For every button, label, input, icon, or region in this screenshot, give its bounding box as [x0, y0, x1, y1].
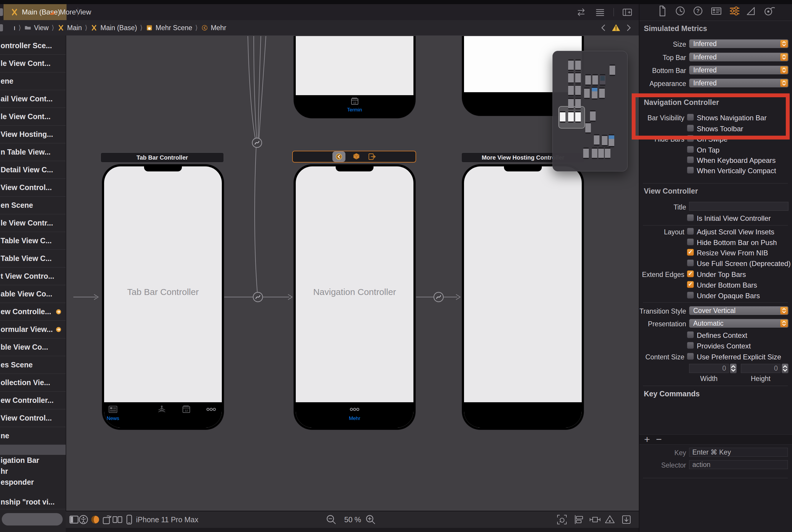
scene-title-tab-bar-controller[interactable]: Tab Bar Controller	[100, 152, 224, 163]
outline-item[interactable]: View Hosting...	[0, 126, 66, 143]
transition-style-dropdown[interactable]: Cover Vertical	[689, 306, 789, 315]
outline-item[interactable]: ontroller Sce...	[0, 37, 66, 55]
forward-button[interactable]	[623, 23, 633, 33]
canvas-minimap[interactable]	[552, 51, 628, 171]
checkbox[interactable]	[687, 353, 694, 360]
partial-tab-icon[interactable]	[0, 8, 3, 16]
embed-icon[interactable]	[621, 514, 632, 526]
title-field[interactable]	[689, 202, 789, 211]
editor-options-icon[interactable]	[594, 6, 606, 18]
tab-moreview[interactable]: MoreView	[41, 4, 97, 20]
checkbox[interactable]	[687, 239, 694, 245]
outline-item[interactable]: en Scene	[0, 196, 66, 214]
breadcrumb-item-mehr-scene[interactable]: Mehr Scene	[146, 24, 192, 32]
outline-item[interactable]: ene	[0, 72, 66, 90]
checkbox[interactable]	[687, 270, 694, 277]
checkbox[interactable]	[687, 281, 694, 288]
first-responder-icon[interactable]	[352, 152, 361, 161]
identity-inspector-icon[interactable]	[710, 5, 723, 17]
checkbox[interactable]	[687, 260, 694, 266]
appearance-dropdown[interactable]: Inferred	[689, 79, 789, 88]
outline-item[interactable]: ail View Cont...	[0, 90, 66, 108]
size-inspector-icon[interactable]	[744, 5, 757, 17]
width-stepper[interactable]	[730, 363, 737, 373]
outline-item-relationship[interactable]: nship "root vi...	[0, 496, 66, 508]
checkbox[interactable]	[687, 249, 694, 256]
presentation-dropdown[interactable]: Automatic	[689, 319, 789, 328]
add-button[interactable]: +	[644, 434, 650, 445]
device-name[interactable]: iPhone 11 Pro Max	[136, 515, 199, 524]
checkbox[interactable]	[687, 114, 694, 120]
tabbar-item-calendar[interactable]: 12	[180, 404, 193, 415]
exit-icon[interactable]	[367, 152, 376, 161]
outline-item[interactable]: Table View C...	[0, 250, 66, 267]
zoom-out-icon[interactable]	[325, 514, 337, 526]
breadcrumb-item-main[interactable]: Main	[57, 24, 82, 32]
outline-item[interactable]: able View Co...	[0, 285, 66, 303]
scene-phone-tab-bar-controller[interactable]: Tab Bar Controller News 12	[102, 164, 224, 430]
outline-item[interactable]: es Scene	[0, 356, 66, 374]
outline-item[interactable]: igation Bar	[0, 455, 66, 466]
add-editor-icon[interactable]	[622, 6, 633, 18]
attributes-inspector-icon[interactable]	[728, 5, 741, 17]
outline-item[interactable]: n Table View...	[0, 143, 66, 161]
warning-icon[interactable]	[611, 23, 621, 33]
height-field[interactable]: 0	[741, 364, 780, 373]
checkbox[interactable]	[687, 228, 694, 235]
outline-item[interactable]: ollection Vie...	[0, 374, 66, 392]
outline-item[interactable]: ew Controller...	[0, 392, 66, 409]
swap-editors-icon[interactable]	[575, 6, 587, 18]
tabbar-item-mehr[interactable]: Mehr	[348, 404, 361, 421]
breadcrumb-item[interactable]: ı	[14, 24, 15, 32]
orientation-icon[interactable]	[101, 514, 113, 526]
outline-item[interactable]: Table View C...	[0, 232, 66, 250]
quick-help-inspector-icon[interactable]: ?	[692, 5, 704, 17]
breadcrumb-item-main-base[interactable]: Main (Base)	[90, 24, 137, 32]
breadcrumb-item-view[interactable]: View	[24, 24, 49, 32]
scene-title-navigation-controller[interactable]	[292, 151, 416, 163]
history-inspector-icon[interactable]	[674, 5, 687, 17]
scene-phone-partial[interactable]: 12 Termin	[294, 36, 416, 118]
checkbox[interactable]	[687, 331, 694, 338]
segue-badge-icon[interactable]	[55, 308, 62, 315]
outline-item[interactable]: t View Contro...	[0, 267, 66, 285]
update-frames-icon[interactable]	[556, 514, 568, 526]
checkbox[interactable]	[687, 167, 694, 173]
outline-item[interactable]: le View Contr...	[0, 214, 66, 232]
segue-badge-icon[interactable]	[55, 326, 62, 333]
checkbox[interactable]	[687, 125, 694, 132]
outline-item[interactable]: ew Controlle...	[0, 303, 66, 321]
outline-item[interactable]: ble View Co...	[0, 338, 66, 356]
outline-item[interactable]: esponder	[0, 477, 66, 488]
checkbox[interactable]	[687, 146, 694, 153]
checkbox[interactable]	[687, 214, 694, 221]
outline-item[interactable]: View Control...	[0, 179, 66, 196]
checkbox[interactable]	[687, 292, 694, 299]
storyboard-canvas[interactable]: 12 Termin Tab Bar Cont	[66, 36, 639, 511]
zoom-level[interactable]: 50 %	[344, 515, 361, 524]
outline-item[interactable]: le View Cont...	[0, 108, 66, 126]
appearance-toggle-icon[interactable]	[89, 514, 101, 526]
outline-item[interactable]: View Control...	[0, 409, 66, 427]
accessibility-icon[interactable]	[77, 514, 89, 526]
outline-item[interactable]: hr	[0, 466, 66, 477]
scene-phone-more-view-hosting[interactable]	[462, 164, 584, 430]
device-icon[interactable]	[123, 514, 135, 526]
bottom-bar-dropdown[interactable]: Inferred	[689, 65, 789, 75]
navigation-controller-icon[interactable]	[332, 151, 346, 162]
outline-item[interactable]: ne	[0, 427, 66, 445]
filter-field[interactable]	[2, 513, 63, 526]
checkbox[interactable]	[687, 135, 694, 142]
tabbar-item-news[interactable]: News	[107, 404, 119, 421]
breadcrumb-item-mehr[interactable]: Mehr	[201, 24, 226, 32]
resolve-layout-icon[interactable]	[604, 514, 616, 526]
add-constraints-icon[interactable]	[589, 514, 601, 526]
selector-field[interactable]: action	[689, 460, 788, 469]
top-bar-dropdown[interactable]: Inferred	[689, 53, 789, 61]
outline-item-selected[interactable]	[0, 445, 66, 455]
scene-phone-navigation-controller[interactable]: Navigation Controller Mehr	[294, 164, 416, 430]
checkbox[interactable]	[687, 342, 694, 349]
key-field[interactable]: Enter ⌘ Key	[689, 448, 788, 457]
remove-button[interactable]: −	[656, 434, 662, 445]
outline-item[interactable]: ormular View...	[0, 321, 66, 338]
